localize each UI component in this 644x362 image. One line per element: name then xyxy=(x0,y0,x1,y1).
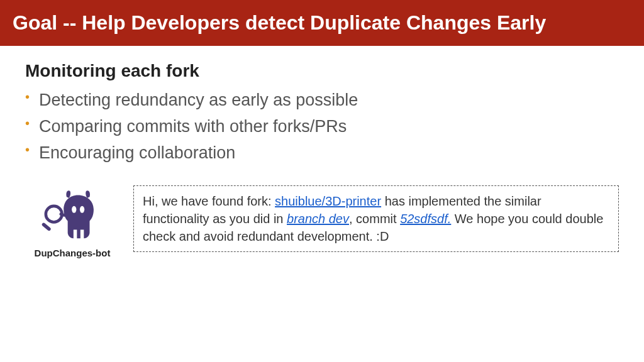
slide-content: Monitoring each fork Detecting redundanc… xyxy=(0,46,644,258)
svg-point-2 xyxy=(72,206,76,212)
bullet-item: Comparing commits with other forks/PRs xyxy=(25,114,619,140)
bot-message-row: DupChanges-bot Hi, we have found fork: s… xyxy=(25,185,619,258)
bot-name: DupChanges-bot xyxy=(25,248,119,258)
slide-title: Goal -- Help Developers detect Duplicate… xyxy=(13,11,546,34)
bot-message-box: Hi, we have found fork: shuiblue/3D-prin… xyxy=(133,185,619,252)
octocat-magnifier-icon xyxy=(38,185,107,245)
bullet-item: Encouraging collaboration xyxy=(25,140,619,167)
bullet-list: Detecting redundancy as early as possibl… xyxy=(25,87,619,167)
message-text: Hi, we have found fork: xyxy=(143,194,275,208)
commit-link[interactable]: 52sdfsdf. xyxy=(400,212,451,226)
slide-header: Goal -- Help Developers detect Duplicate… xyxy=(0,0,644,46)
fork-link[interactable]: shuiblue/3D-printer xyxy=(275,194,381,208)
subtitle: Monitoring each fork xyxy=(25,61,619,81)
message-text: , commit xyxy=(349,212,400,226)
bullet-item: Detecting redundancy as early as possibl… xyxy=(25,87,619,114)
svg-point-3 xyxy=(80,206,84,212)
branch-link[interactable]: branch dev xyxy=(287,212,349,226)
svg-rect-1 xyxy=(42,222,52,231)
bot-figure: DupChanges-bot xyxy=(25,185,119,258)
